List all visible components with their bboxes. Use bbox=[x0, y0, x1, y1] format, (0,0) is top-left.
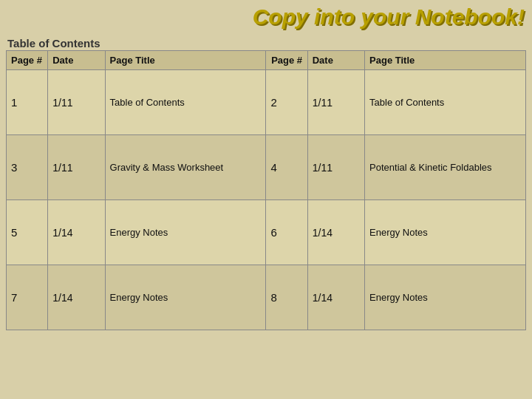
date2-cell: 1/11 bbox=[307, 135, 364, 200]
title1-cell: Table of Contents bbox=[105, 70, 266, 135]
title2-cell: Potential & Kinetic Foldables bbox=[365, 135, 526, 200]
page2-cell: 8 bbox=[266, 265, 307, 330]
date1-cell: 1/11 bbox=[48, 70, 105, 135]
page-container: Copy into your Notebook! Table of Conten… bbox=[0, 0, 532, 399]
date2-cell: 1/11 bbox=[307, 70, 364, 135]
title1-cell: Energy Notes bbox=[105, 200, 266, 265]
table-row: 11/11Table of Contents21/11Table of Cont… bbox=[7, 70, 526, 135]
table-row: 71/14Energy Notes81/14Energy Notes bbox=[7, 265, 526, 330]
header-date1: Date bbox=[48, 51, 105, 70]
date1-cell: 1/14 bbox=[48, 265, 105, 330]
title2-cell: Table of Contents bbox=[365, 70, 526, 135]
date1-cell: 1/14 bbox=[48, 200, 105, 265]
header-page1: Page # bbox=[7, 51, 48, 70]
page-heading: Copy into your Notebook! bbox=[253, 4, 525, 30]
table-row: 31/11Gravity & Mass Worksheet41/11Potent… bbox=[7, 135, 526, 200]
page1-cell: 7 bbox=[7, 265, 48, 330]
date2-cell: 1/14 bbox=[307, 265, 364, 330]
main-table-wrapper: Page # Date Page Title Page # Date Page … bbox=[6, 50, 526, 330]
page2-cell: 4 bbox=[266, 135, 307, 200]
page1-cell: 3 bbox=[7, 135, 48, 200]
page1-cell: 5 bbox=[7, 200, 48, 265]
title2-cell: Energy Notes bbox=[365, 200, 526, 265]
date1-cell: 1/11 bbox=[48, 135, 105, 200]
table-row: 51/14Energy Notes61/14Energy Notes bbox=[7, 200, 526, 265]
toc-label: Table of Contents bbox=[7, 37, 100, 50]
table-header-row: Page # Date Page Title Page # Date Page … bbox=[7, 51, 526, 70]
header-date2: Date bbox=[307, 51, 364, 70]
page2-cell: 2 bbox=[266, 70, 307, 135]
page2-cell: 6 bbox=[266, 200, 307, 265]
title1-cell: Gravity & Mass Worksheet bbox=[105, 135, 266, 200]
title2-cell: Energy Notes bbox=[365, 265, 526, 330]
header-title2: Page Title bbox=[365, 51, 526, 70]
date2-cell: 1/14 bbox=[307, 200, 364, 265]
title1-cell: Energy Notes bbox=[105, 265, 266, 330]
toc-table: Page # Date Page Title Page # Date Page … bbox=[6, 50, 526, 330]
header-page2: Page # bbox=[266, 51, 307, 70]
page1-cell: 1 bbox=[7, 70, 48, 135]
header-title1: Page Title bbox=[105, 51, 266, 70]
